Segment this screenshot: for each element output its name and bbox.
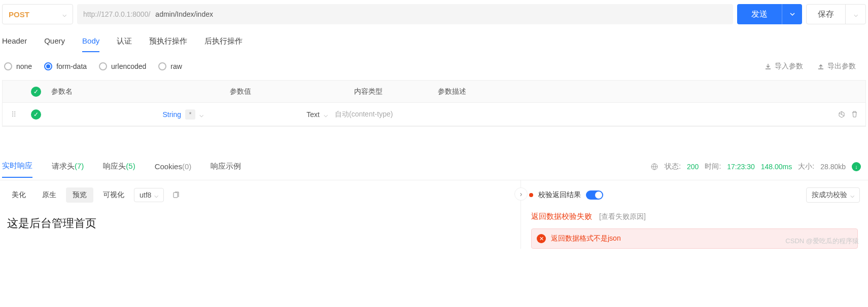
params-table: ✓ 参数名 参数值 内容类型 参数描述 ⠿ ✓ String * ⌵ Text … bbox=[2, 80, 866, 127]
response-subtabs: 美化 原生 预览 可视化 utf8⌵ bbox=[0, 180, 520, 210]
export-params[interactable]: 导出参数 bbox=[817, 62, 856, 71]
cube-icon[interactable] bbox=[838, 110, 846, 119]
validation-toggle[interactable] bbox=[586, 190, 603, 200]
radio-form-data[interactable]: form-data bbox=[44, 62, 87, 70]
body-type-radios: none form-data urlencoded raw bbox=[4, 62, 182, 70]
tab-label: 请求头 bbox=[52, 162, 75, 170]
tab-label: 响应头 bbox=[103, 162, 126, 170]
url-input[interactable]: http://127.0.0.1:8000/ admin/Index/index bbox=[77, 4, 733, 24]
radio-none[interactable]: none bbox=[4, 62, 32, 70]
encoding-select[interactable]: utf8⌵ bbox=[134, 188, 164, 202]
radio-circle-icon bbox=[44, 62, 52, 70]
table-header: ✓ 参数名 参数值 内容类型 参数描述 bbox=[3, 81, 865, 103]
chevron-down-icon[interactable]: ⌵ bbox=[199, 110, 203, 119]
copy-icon[interactable] bbox=[172, 191, 180, 199]
th-ctype: 内容类型 bbox=[354, 87, 438, 96]
type-label: String bbox=[162, 110, 181, 119]
chevron-down-icon[interactable]: ⌵ bbox=[324, 110, 328, 119]
import-params[interactable]: 导入参数 bbox=[765, 62, 803, 71]
chevron-down-icon bbox=[789, 11, 795, 17]
validation-mode-select[interactable]: 按成功校验⌵ bbox=[806, 187, 860, 203]
subtab-raw[interactable]: 原生 bbox=[36, 187, 63, 203]
check-icon: ✓ bbox=[31, 109, 41, 120]
chevron-down-icon: ⌵ bbox=[154, 191, 158, 199]
save-button[interactable]: 保存 ⌵ bbox=[806, 4, 866, 24]
subtab-visualize[interactable]: 可视化 bbox=[96, 187, 131, 203]
time-value: 17:23:30 bbox=[727, 163, 755, 171]
content-type-cell[interactable]: 自动(content-type) bbox=[332, 110, 415, 119]
tab-req-headers[interactable]: 请求头(7) bbox=[52, 156, 84, 177]
tab-resp-headers[interactable]: 响应头(5) bbox=[103, 156, 135, 177]
validation-header: 校验返回结果 按成功校验⌵ bbox=[521, 180, 868, 210]
request-bar: POST ⌵ http://127.0.0.1:8000/ admin/Inde… bbox=[0, 0, 868, 28]
radio-label: raw bbox=[170, 62, 182, 70]
value-type-label: Text bbox=[306, 110, 320, 119]
download-icon[interactable]: ↓ bbox=[852, 162, 861, 171]
upload-icon bbox=[817, 63, 824, 70]
th-value: 参数值 bbox=[230, 87, 354, 96]
row-check[interactable]: ✓ bbox=[25, 109, 47, 120]
response-tabs: 实时响应 请求头(7) 响应头(5) Cookies(0) 响应示例 bbox=[2, 155, 241, 178]
response-left: 美化 原生 预览 可视化 utf8⌵ 这是后台管理首页 bbox=[0, 180, 520, 249]
body-type-row: none form-data urlencoded raw 导入参数 导出参数 bbox=[0, 53, 868, 80]
url-prefix: http://127.0.0.1:8000/ bbox=[83, 10, 150, 18]
request-tabs: Header Query Body 认证 预执行操作 后执行操作 bbox=[0, 31, 868, 53]
collapse-button[interactable]: › bbox=[514, 187, 528, 201]
save-button-label[interactable]: 保存 bbox=[807, 5, 845, 24]
radio-urlencoded[interactable]: urlencoded bbox=[99, 62, 146, 70]
response-meta: 状态: 200 时间: 17:23:30 148.00ms 大小: 28.80k… bbox=[650, 162, 866, 171]
tab-cookies[interactable]: Cookies(0) bbox=[155, 156, 192, 177]
download-icon bbox=[765, 63, 772, 70]
radio-label: form-data bbox=[56, 62, 87, 70]
drag-handle[interactable]: ⠿ bbox=[3, 110, 25, 119]
tab-auth[interactable]: 认证 bbox=[117, 31, 132, 52]
io-actions: 导入参数 导出参数 bbox=[765, 62, 864, 71]
row-actions bbox=[830, 110, 865, 119]
import-label: 导入参数 bbox=[775, 62, 803, 71]
radio-circle-icon bbox=[4, 62, 12, 70]
validation-left: 校验返回结果 bbox=[529, 190, 603, 200]
tab-query[interactable]: Query bbox=[44, 31, 65, 52]
radio-label: urlencoded bbox=[111, 62, 146, 70]
duration-value: 148.00ms bbox=[761, 163, 792, 171]
save-dropdown[interactable]: ⌵ bbox=[845, 5, 865, 24]
tab-body[interactable]: Body bbox=[82, 31, 99, 52]
count-badge: (7) bbox=[75, 162, 84, 170]
export-label: 导出参数 bbox=[827, 62, 856, 71]
method-select[interactable]: POST ⌵ bbox=[2, 4, 73, 24]
svg-rect-1 bbox=[173, 193, 178, 198]
size-value: 28.80kb bbox=[820, 163, 846, 171]
tab-prerequest[interactable]: 预执行操作 bbox=[149, 31, 187, 52]
response-body-text: 这是后台管理首页 bbox=[0, 210, 520, 237]
trash-icon[interactable] bbox=[851, 110, 858, 118]
count-badge: (0) bbox=[182, 162, 191, 171]
validation-panel: › 校验返回结果 按成功校验⌵ 返回数据校验失败 [查看失败原因] ✕ 返回数据… bbox=[520, 180, 868, 249]
radio-raw[interactable]: raw bbox=[158, 62, 182, 70]
th-desc: 参数描述 bbox=[438, 87, 865, 96]
watermark: CSDN @爱吃瓜的程序猿 bbox=[785, 237, 859, 246]
send-button[interactable]: 发送 bbox=[737, 4, 802, 24]
send-button-label[interactable]: 发送 bbox=[737, 4, 782, 24]
time-label: 时间: bbox=[705, 162, 721, 171]
tab-label: Cookies bbox=[155, 162, 182, 171]
tab-example[interactable]: 响应示例 bbox=[211, 156, 241, 177]
th-check[interactable]: ✓ bbox=[25, 87, 47, 97]
subtab-beautify[interactable]: 美化 bbox=[5, 187, 32, 203]
check-icon: ✓ bbox=[31, 87, 41, 97]
subtab-preview[interactable]: 预览 bbox=[66, 187, 93, 203]
required-star-icon: * bbox=[185, 109, 195, 120]
param-name-cell[interactable]: String * ⌵ bbox=[47, 109, 207, 120]
th-name: 参数名 bbox=[47, 87, 230, 96]
fail-link[interactable]: [查看失败原因] bbox=[599, 212, 646, 221]
method-text: POST bbox=[9, 10, 29, 19]
radio-circle-icon bbox=[158, 62, 166, 70]
param-value-cell[interactable]: Text ⌵ bbox=[207, 110, 332, 119]
send-dropdown[interactable] bbox=[782, 4, 802, 24]
tab-postrequest[interactable]: 后执行操作 bbox=[204, 31, 242, 52]
tab-header[interactable]: Header bbox=[2, 31, 27, 52]
ctype-placeholder: 自动(content-type) bbox=[335, 110, 393, 118]
error-message: 返回数据格式不是json bbox=[551, 234, 621, 243]
radio-circle-icon bbox=[99, 62, 107, 70]
tab-realtime[interactable]: 实时响应 bbox=[2, 155, 32, 178]
chevron-down-icon: ⌵ bbox=[62, 10, 66, 18]
